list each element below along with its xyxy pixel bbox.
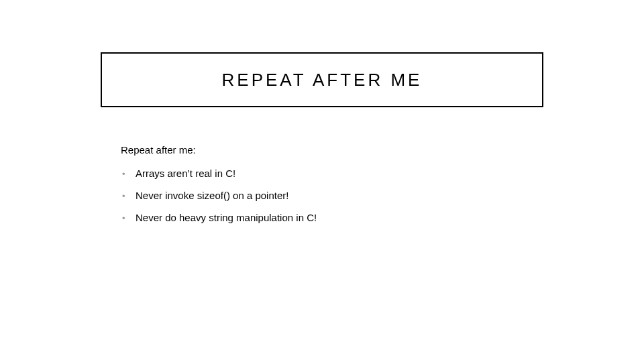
list-item: • Never invoke sizeof() on a pointer! [121, 190, 537, 201]
slide-title: REPEAT AFTER ME [222, 70, 423, 90]
bullet-icon: • [121, 191, 136, 201]
lead-text: Repeat after me: [121, 144, 537, 156]
bullet-text: Never do heavy string manipulation in C! [136, 212, 317, 223]
bullet-icon: • [121, 213, 136, 223]
bullet-text: Arrays aren’t real in C! [136, 168, 235, 179]
title-box: REPEAT AFTER ME [101, 52, 543, 107]
slide: REPEAT AFTER ME Repeat after me: • Array… [0, 0, 644, 362]
bullet-text: Never invoke sizeof() on a pointer! [136, 190, 288, 201]
list-item: • Never do heavy string manipulation in … [121, 212, 537, 223]
bullet-icon: • [121, 169, 136, 179]
bullet-list: • Arrays aren’t real in C! • Never invok… [121, 168, 537, 223]
list-item: • Arrays aren’t real in C! [121, 168, 537, 179]
body: Repeat after me: • Arrays aren’t real in… [121, 144, 537, 234]
